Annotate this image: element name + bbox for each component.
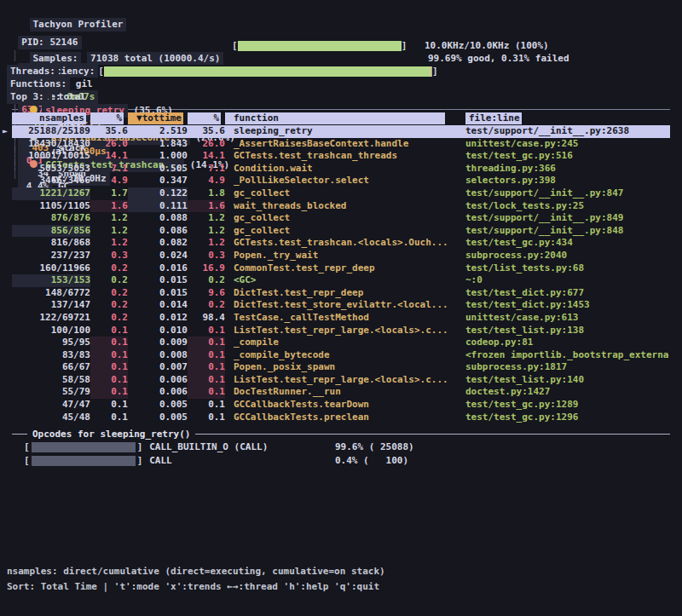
samples-line: Samples: 71038 total (10000.4/s) [] 10.0… xyxy=(7,39,682,52)
cell-nsamples: 816/868 xyxy=(12,237,90,250)
cell-pct-direct: 0.2 xyxy=(90,262,128,275)
cell-file-line: selectors.py:398 xyxy=(455,175,670,187)
table-row[interactable]: 95/95 0.1 0.009 0.1 _compile codeop.py:8… xyxy=(12,337,670,349)
cell-pct-direct: 0.2 xyxy=(90,299,128,312)
cell-tottime: 0.014 xyxy=(128,299,188,312)
cell-function: gc_collect xyxy=(225,187,455,200)
table-row[interactable]: 3466/3466 4.9 0.347 4.9 _PollLikeSelecto… xyxy=(12,175,670,187)
cell-pct-cumulative: 0.1 xyxy=(188,349,225,362)
table-row[interactable]: 83/83 0.1 0.008 0.1 _compile_bytecode <f… xyxy=(12,349,670,362)
title-bar: Tachyon Profiler xyxy=(7,4,682,18)
cell-function: ListTest.test_repr_large.<locals>.c... xyxy=(225,374,455,387)
table-row[interactable]: 10001/10015 14.1 1.000 14.1 GCTests.test… xyxy=(12,150,670,163)
cell-tottime: 1.000 xyxy=(128,150,188,163)
cell-pct-cumulative: 98.4 xyxy=(188,312,225,325)
cell-tottime: 0.122 xyxy=(128,187,188,200)
header-pct-cumulative[interactable]: % xyxy=(188,112,221,124)
cell-tottime: 0.005 xyxy=(128,399,188,412)
cell-nsamples: 25188/25189 xyxy=(12,125,90,138)
cell-pct-direct: 26.0 xyxy=(90,138,128,151)
cell-file-line: test/test_dict.py:1453 xyxy=(455,299,670,312)
cell-pct-cumulative: 4.9 xyxy=(188,175,225,187)
cell-file-line: test/test_gc.py:516 xyxy=(455,150,670,163)
header-tottime-sorted[interactable]: ▼tottime xyxy=(128,112,183,124)
opcodes-body: [] CALL_BUILTIN_O (CALL) 99.6% ( 25088) … xyxy=(0,440,682,467)
opcode-name: CALL xyxy=(149,454,172,468)
cell-nsamples: 55/79 xyxy=(12,386,90,399)
efficiency-line: Efficiency:[] 99.69% good, 0.31% failed xyxy=(7,52,682,65)
cell-function: gc_collect xyxy=(225,225,455,238)
cell-pct-direct: 0.1 xyxy=(90,399,128,412)
cell-pct-direct: 4.9 xyxy=(90,175,128,187)
table-row[interactable]: 148/6772 0.2 0.015 9.6 DictTest.test_rep… xyxy=(12,287,670,300)
table-row[interactable]: 55/79 0.1 0.006 0.1 DocTestRunner.__run … xyxy=(12,386,670,399)
opcode-bar xyxy=(32,442,136,452)
functions-line: Functions: 881 total │ 478 exec │ 403 st… xyxy=(7,78,682,90)
cell-function: _compile_bytecode xyxy=(225,349,455,362)
table-row[interactable]: 876/876 1.2 0.088 1.2 gc_collect test/su… xyxy=(12,212,670,225)
table-row[interactable]: 137/147 0.2 0.014 0.2 DictTest.test_stor… xyxy=(12,299,670,312)
cell-file-line: test/test_gc.py:434 xyxy=(455,237,670,250)
cell-tottime: 0.008 xyxy=(128,349,188,362)
cell-pct-cumulative: 0.3 xyxy=(188,250,225,262)
opcode-pct: 99.6% ( 25088) xyxy=(335,440,408,454)
cell-nsamples: 160/11966 xyxy=(12,262,90,275)
cell-function: Popen._try_wait xyxy=(225,250,455,262)
cell-pct-cumulative: 0.1 xyxy=(188,361,225,374)
table-row[interactable]: 58/58 0.1 0.006 0.1 ListTest.test_repr_l… xyxy=(12,374,670,387)
cell-pct-cumulative: 1.8 xyxy=(188,187,225,200)
cell-pct-cumulative: 1.2 xyxy=(188,237,225,250)
table-row[interactable]: 5053/5053 7.1 0.505 7.1 Condition.wait t… xyxy=(12,163,670,176)
table-row[interactable]: 66/67 0.1 0.007 0.1 Popen._posix_spawn s… xyxy=(12,361,670,374)
cell-function: _AssertRaisesBaseContext.handle xyxy=(225,138,455,151)
cell-pct-cumulative: 0.1 xyxy=(188,412,225,424)
table-row[interactable]: 856/856 1.2 0.086 1.2 gc_collect test/su… xyxy=(12,225,670,238)
table-row[interactable]: 47/47 0.1 0.005 0.1 GCCallbackTests.tear… xyxy=(12,399,670,412)
top3-label: Top 3: xyxy=(7,90,48,104)
cell-function: TestCase._callTestMethod xyxy=(225,312,455,325)
cell-tottime: 0.347 xyxy=(128,175,188,187)
cell-tottime: 0.024 xyxy=(128,250,188,262)
cell-function: GCTests.test_trashcan_threads xyxy=(225,150,455,163)
table-row[interactable]: 25188/25189 35.6 2.519 35.6 sleeping_ret… xyxy=(12,125,670,138)
table-row[interactable]: 100/100 0.1 0.010 0.1 ListTest.test_repr… xyxy=(12,325,670,337)
cell-tottime: 2.519 xyxy=(128,125,188,138)
header-nsamples[interactable]: nsamples xyxy=(12,112,86,124)
tachyon-profiler-window: Tachyon Profiler PID: 52146 │ Thread: AL… xyxy=(0,0,682,616)
table-row[interactable]: 1221/1267 1.7 0.122 1.8 gc_collect test/… xyxy=(12,187,670,200)
cell-function: GCCallbackTests.preclean xyxy=(225,412,455,424)
table-row[interactable]: 237/237 0.3 0.024 0.3 Popen._try_wait su… xyxy=(12,250,670,262)
rule-right xyxy=(195,434,670,435)
table-row[interactable]: 816/868 1.2 0.082 1.2 GCTests.test_trash… xyxy=(12,237,670,250)
cell-file-line: doctest.py:1427 xyxy=(455,386,670,399)
status-line: PID: 52146 │ Thread: ALL │ Uptime: 0m07s… xyxy=(7,22,682,36)
header-function[interactable]: function xyxy=(225,112,445,124)
table-row[interactable]: 45/48 0.1 0.005 0.1 GCCallbackTests.prec… xyxy=(12,412,670,424)
cell-pct-cumulative: 26.0 xyxy=(188,138,225,151)
cell-pct-cumulative: 9.6 xyxy=(188,287,225,300)
cell-pct-cumulative: 1.2 xyxy=(188,212,225,225)
opcode-pct: 0.4% ( 100) xyxy=(335,454,408,468)
table-row[interactable]: 18430/18430 26.0 1.843 26.0 _AssertRaise… xyxy=(12,138,670,151)
cell-function: DictTest.test_repr_deep xyxy=(225,287,455,300)
table-row[interactable]: 122/69721 0.2 0.012 98.4 TestCase._callT… xyxy=(12,312,670,325)
cell-file-line: test/lock_tests.py:25 xyxy=(455,200,670,213)
table-row[interactable]: 160/11966 0.2 0.016 16.9 CommonTest.test… xyxy=(12,262,670,275)
cell-tottime: 0.006 xyxy=(128,374,188,387)
cell-nsamples: 856/856 xyxy=(12,225,90,238)
cell-pct-direct: 0.1 xyxy=(90,361,128,374)
cell-function: sleeping_retry xyxy=(225,125,455,138)
header-file-line[interactable]: file:line xyxy=(465,112,522,124)
cell-pct-direct: 35.6 xyxy=(90,125,128,138)
opcode-name: CALL_BUILTIN_O (CALL) xyxy=(149,440,268,454)
cell-pct-cumulative: 0.2 xyxy=(188,274,225,287)
cell-tottime: 0.016 xyxy=(128,262,188,275)
table-row[interactable]: 1105/1105 1.6 0.111 1.6 wait_threads_blo… xyxy=(12,200,670,213)
table-row[interactable]: 153/153 0.2 0.015 0.2 <GC> ~:0 xyxy=(12,274,670,287)
selection-pointer-icon: ► xyxy=(3,125,8,138)
header-pct-direct[interactable]: % xyxy=(90,112,124,124)
cell-file-line: ~:0 xyxy=(455,274,670,287)
cell-nsamples: 58/58 xyxy=(12,374,90,387)
cell-pct-cumulative: 0.1 xyxy=(188,386,225,399)
cell-pct-direct: 1.2 xyxy=(90,225,128,238)
